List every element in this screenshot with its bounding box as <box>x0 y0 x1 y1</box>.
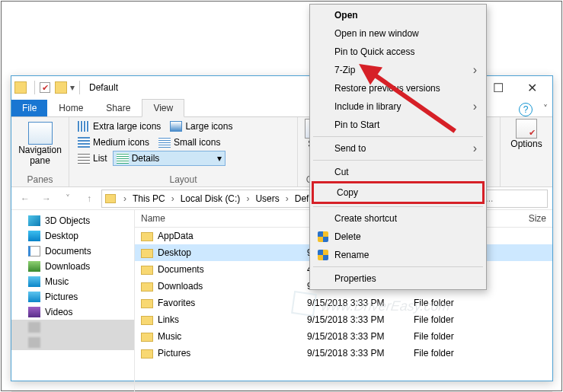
menu-send-to[interactable]: Send to <box>312 139 485 158</box>
ribbon-collapse-icon[interactable]: ˅ <box>539 101 552 116</box>
folder-icon <box>141 333 153 342</box>
layout-group-label: Layout <box>74 173 293 186</box>
qat-check-icon[interactable]: ✔ <box>40 82 50 93</box>
tree-item[interactable]: Videos <box>11 304 134 320</box>
menu-properties[interactable]: Properties <box>312 269 485 288</box>
recent-button[interactable]: ˅ <box>59 190 77 208</box>
navigation-pane-button[interactable]: Navigation pane <box>16 119 64 169</box>
tree-item[interactable]: Documents <box>11 244 134 259</box>
tree-item[interactable]: Desktop <box>11 228 134 244</box>
tree-item[interactable] <box>11 320 134 335</box>
folder-icon <box>14 81 27 94</box>
menu-include-in-library[interactable]: Include in library <box>312 97 485 116</box>
column-size[interactable]: Size <box>484 210 552 227</box>
folder-icon <box>55 81 67 94</box>
folder-icon <box>141 266 153 275</box>
menu-rename[interactable]: Rename <box>312 246 485 264</box>
blur-icon <box>28 322 40 333</box>
menu-copy[interactable]: Copy <box>312 181 485 204</box>
navigation-tree[interactable]: 3D ObjectsDesktopDocumentsDownloadsMusic… <box>11 210 135 391</box>
extra-large-icons-button[interactable]: Extra large icons <box>74 119 165 134</box>
medium-icons-button[interactable]: Medium icons <box>74 135 153 150</box>
tree-item[interactable]: Downloads <box>11 259 134 274</box>
desk-icon <box>28 231 40 241</box>
close-button[interactable]: ✕ <box>515 77 549 98</box>
forward-button[interactable]: → <box>37 190 56 208</box>
up-button[interactable]: ↑ <box>80 190 98 208</box>
obj3d-icon <box>28 215 40 226</box>
list-view-button[interactable]: List <box>74 151 111 166</box>
folder-icon <box>141 299 153 308</box>
context-menu: OpenOpen in new windowPin to Quick acces… <box>309 4 487 290</box>
back-button[interactable]: ← <box>16 190 34 208</box>
tab-home[interactable]: Home <box>47 99 94 116</box>
tree-item[interactable]: 3D Objects <box>11 213 134 228</box>
menu-restore-previous-versions[interactable]: Restore previous versions <box>312 79 485 97</box>
column-name[interactable]: Name <box>135 210 301 227</box>
tree-item[interactable]: Music <box>11 274 134 289</box>
folder-icon <box>141 232 153 241</box>
help-icon[interactable]: ? <box>519 103 533 116</box>
folder-icon <box>141 349 153 359</box>
file-row[interactable]: Pictures9/15/2018 3:33 PMFile folder <box>135 345 552 362</box>
small-icons-button[interactable]: Small icons <box>155 135 224 150</box>
file-row[interactable]: Music9/15/2018 3:33 PMFile folder <box>135 328 552 345</box>
folder-icon <box>141 249 153 258</box>
menu-open[interactable]: Open <box>312 6 485 24</box>
pic-icon <box>28 292 40 302</box>
menu-pin-to-start[interactable]: Pin to Start <box>312 116 485 134</box>
breadcrumb[interactable]: Users <box>252 193 282 204</box>
shield-icon <box>318 231 328 242</box>
tree-item[interactable]: Pictures <box>11 289 134 304</box>
dl-icon <box>28 261 40 272</box>
tab-view[interactable]: View <box>142 99 184 117</box>
file-tab[interactable]: File <box>11 100 47 116</box>
mus-icon <box>28 276 40 287</box>
panes-group-label: Panes <box>16 173 64 186</box>
menu-cut[interactable]: Cut <box>312 163 485 181</box>
folder-icon <box>141 282 153 292</box>
breadcrumb[interactable]: This PC <box>130 193 168 204</box>
window-title: Default <box>89 82 118 93</box>
doc-icon <box>28 246 40 257</box>
menu-pin-to-quick-access[interactable]: Pin to Quick access <box>312 43 485 61</box>
vid-icon <box>28 307 40 317</box>
tree-item[interactable] <box>11 335 134 350</box>
tab-share[interactable]: Share <box>94 99 142 116</box>
folder-icon <box>141 316 153 325</box>
details-view-button[interactable]: Details▾ <box>113 151 226 166</box>
shield-icon <box>318 250 328 260</box>
file-row[interactable]: Favorites9/15/2018 3:33 PMFile folder <box>135 295 552 311</box>
menu-7-zip[interactable]: 7-Zip <box>312 61 485 79</box>
folder-icon <box>105 194 116 203</box>
large-icons-button[interactable]: Large icons <box>166 119 236 134</box>
file-row[interactable]: Links9/15/2018 3:33 PMFile folder <box>135 311 552 328</box>
options-button[interactable]: ✔ Options <box>505 119 548 149</box>
breadcrumb[interactable]: Local Disk (C:) <box>178 193 244 204</box>
menu-create-shortcut[interactable]: Create shortcut <box>312 209 485 228</box>
menu-open-in-new-window[interactable]: Open in new window <box>312 24 485 43</box>
blur-icon <box>28 337 40 348</box>
menu-delete[interactable]: Delete <box>312 228 485 246</box>
